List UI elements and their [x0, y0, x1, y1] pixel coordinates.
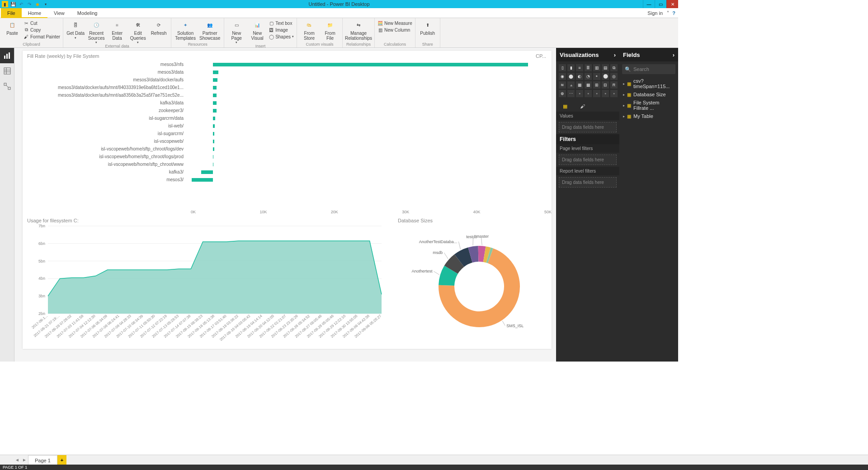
get-data-button[interactable]: 🗄Get Data▾: [66, 19, 85, 39]
shapes-button[interactable]: ◯Shapes▾: [269, 33, 294, 40]
new-measure-button[interactable]: 🧮New Measure: [377, 20, 412, 26]
bar-segment[interactable]: [213, 117, 215, 120]
model-view-button[interactable]: [0, 79, 14, 94]
area-chart[interactable]: 2bn3bn4bn5bn6bn7bn2017-06-1...2017-06-21…: [27, 223, 384, 341]
close-button[interactable]: ✕: [666, 0, 678, 8]
bar-segment[interactable]: [192, 178, 213, 182]
bar-segment[interactable]: [213, 78, 217, 82]
bar-segment[interactable]: [213, 86, 217, 89]
sign-in-link[interactable]: Sign in: [647, 10, 663, 16]
bar-segment[interactable]: [213, 63, 528, 66]
paste-button[interactable]: 📋Paste: [3, 19, 22, 36]
undo-icon[interactable]: ↶: [18, 1, 24, 7]
bar-segment[interactable]: [201, 170, 213, 174]
recent-sources-button[interactable]: 🕓Recent Sources▾: [87, 19, 106, 44]
edit-queries-button[interactable]: 🛠Edit Queries▾: [128, 19, 147, 44]
vis-type-icon[interactable]: ◐: [576, 73, 583, 80]
vis-type-icon[interactable]: ▯: [559, 64, 566, 71]
field-table-item[interactable]: ▸▦File System Fillrate ...: [619, 99, 678, 112]
vis-type-icon[interactable]: ⧉: [610, 64, 618, 71]
vis-type-icon[interactable]: ▥: [593, 64, 600, 71]
field-table-item[interactable]: ▸▦Database Size: [619, 90, 678, 99]
collapse-ribbon-icon[interactable]: ˄: [667, 10, 669, 15]
bar-segment[interactable]: [213, 109, 216, 113]
tab-home[interactable]: Home: [22, 8, 47, 18]
enter-data-button[interactable]: ⌗Enter Data: [108, 19, 127, 41]
from-store-button[interactable]: 🛍From Store: [300, 19, 319, 41]
maximize-button[interactable]: ▭: [655, 0, 666, 8]
help-icon[interactable]: ?: [672, 10, 675, 16]
vis-type-icon[interactable]: ⚬: [593, 73, 600, 80]
vis-type-icon[interactable]: ⊕: [559, 90, 566, 97]
vis-type-icon[interactable]: ▮: [567, 64, 575, 71]
vis-type-icon[interactable]: ▫: [593, 90, 600, 97]
field-table-item[interactable]: ▸▦csv?timeSpan=115...: [619, 77, 678, 90]
bar-segment[interactable]: [213, 124, 214, 128]
page-filters-well[interactable]: Drag data fields here: [559, 155, 617, 165]
report-filters-well[interactable]: Drag data fields here: [559, 177, 617, 188]
values-well[interactable]: Drag data fields here: [559, 122, 617, 132]
text-box-button[interactable]: ▢Text box: [269, 20, 294, 26]
vis-type-icon[interactable]: ⊟: [602, 81, 609, 89]
bar-segment[interactable]: [213, 94, 217, 97]
image-button[interactable]: 🖼Image: [269, 27, 294, 33]
data-view-button[interactable]: [0, 63, 14, 79]
partner-showcase-button[interactable]: 👥Partner Showcase: [198, 19, 221, 41]
bar-segment[interactable]: [213, 101, 217, 105]
vis-type-icon[interactable]: ⋯: [567, 90, 575, 97]
visualization-picker[interactable]: ▯▮≡≣▥▤⧉◉⬤◐◔⚬⚪◎≋⟁▦▩⊞⊟R⊕⋯▫▫▫▫▫: [556, 61, 619, 100]
vis-type-icon[interactable]: ◔: [585, 73, 592, 80]
vis-type-icon[interactable]: ⬤: [567, 73, 575, 80]
from-file-button[interactable]: 📁From File: [321, 19, 340, 41]
new-page-button[interactable]: ▭New Page▾: [227, 19, 246, 44]
vis-type-icon[interactable]: ⟁: [567, 81, 575, 89]
bar-segment[interactable]: [213, 70, 218, 74]
solution-templates-button[interactable]: ✦Solution Templates: [174, 19, 197, 41]
format-tab-icon[interactable]: 🖌: [578, 103, 587, 110]
publish-button[interactable]: ⬆Publish: [418, 19, 437, 36]
bar-segment[interactable]: [213, 140, 214, 143]
refresh-button[interactable]: ⟳Refresh: [149, 19, 168, 36]
cut-button[interactable]: ✂Cut: [24, 20, 60, 26]
report-canvas[interactable]: Fill Rate (weekly) by File System CP... …: [23, 51, 552, 349]
donut-chart[interactable]: SMS_ISLAnothertestmsdbAnotherTestDataba.…: [398, 223, 552, 341]
vis-type-icon[interactable]: ⊞: [593, 81, 600, 89]
vis-type-icon[interactable]: ▫: [576, 90, 583, 97]
vis-type-icon[interactable]: ◉: [559, 73, 566, 80]
vis-type-icon[interactable]: ▩: [585, 81, 592, 89]
new-visual-button[interactable]: 📊New Visual: [248, 19, 267, 41]
field-table-item[interactable]: ▸▦My Table: [619, 112, 678, 120]
vis-type-icon[interactable]: ▫: [602, 90, 609, 97]
vis-type-icon[interactable]: ▫: [610, 90, 618, 97]
vis-type-icon[interactable]: ▦: [576, 81, 583, 89]
fields-tab-icon[interactable]: ▦: [561, 103, 570, 110]
format-painter-button[interactable]: 🖌Format Painter: [24, 33, 60, 40]
bar-segment[interactable]: [213, 147, 214, 151]
redo-icon[interactable]: ↷: [26, 1, 33, 7]
qat-dropdown-icon[interactable]: ▾: [42, 1, 49, 7]
minimize-button[interactable]: —: [643, 0, 655, 8]
save-icon[interactable]: 💾: [10, 1, 16, 7]
tab-file[interactable]: File: [1, 8, 22, 18]
vis-type-icon[interactable]: ≡: [576, 64, 583, 71]
bar-segment[interactable]: [213, 155, 213, 159]
vis-type-icon[interactable]: ≋: [559, 81, 566, 89]
tab-view[interactable]: View: [47, 8, 71, 18]
bar-segment[interactable]: [213, 163, 213, 166]
manage-relationships-button[interactable]: ⇆Manage Relationships: [345, 19, 372, 41]
bar-segment[interactable]: [213, 132, 214, 136]
fields-header[interactable]: Fields›: [619, 48, 678, 61]
report-view-button[interactable]: [0, 48, 14, 63]
visualizations-header[interactable]: Visualizations›: [556, 48, 619, 61]
new-column-button[interactable]: ▥New Column: [377, 27, 412, 33]
vis-type-icon[interactable]: ≣: [585, 64, 592, 71]
tab-modeling[interactable]: Modeling: [71, 8, 104, 18]
smiley-icon[interactable]: ☻: [34, 1, 41, 7]
vis-type-icon[interactable]: ▤: [602, 64, 609, 71]
vis-type-icon[interactable]: ◎: [610, 73, 618, 80]
bar-chart[interactable]: mesos3/nfsmesos3/datamesos3/data/docker/…: [27, 61, 556, 214]
fields-search[interactable]: 🔍Search: [622, 64, 675, 74]
vis-type-icon[interactable]: R: [610, 81, 618, 89]
vis-type-icon[interactable]: ▫: [585, 90, 592, 97]
copy-button[interactable]: ⧉Copy: [24, 27, 60, 33]
